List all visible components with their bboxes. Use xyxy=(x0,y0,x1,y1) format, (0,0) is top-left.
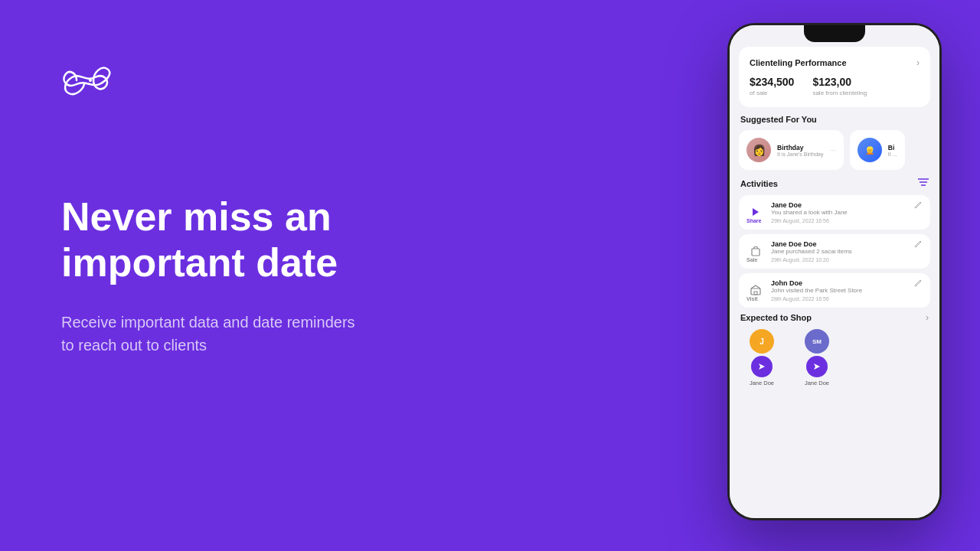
expected-avatar-2: SM xyxy=(805,329,829,354)
suggested-avatar-1: 👩 xyxy=(746,138,771,162)
activities-title: Activities xyxy=(740,179,778,188)
svg-marker-4 xyxy=(753,208,759,216)
suggested-avatar-2: 👱 xyxy=(858,138,882,162)
activity-desc-3: John visited the Park Street Store xyxy=(771,287,908,294)
expected-name-1: Jane Doe xyxy=(750,380,774,386)
suggested-card-birthday[interactable]: 👩 Birthday It is Jane's Birthday ··· xyxy=(739,130,844,170)
svg-rect-5 xyxy=(752,249,760,256)
activities-header: Activities xyxy=(739,178,930,189)
activity-time-3: 28th August, 2022 16:56 xyxy=(771,296,908,302)
svg-marker-9 xyxy=(814,364,820,370)
perf-label-1: of sale xyxy=(750,90,794,96)
suggested-desc-2: It ... xyxy=(888,152,897,157)
svg-rect-7 xyxy=(754,292,757,295)
activity-item-visit: John Doe John visited the Park Street St… xyxy=(739,273,930,308)
activities-section: Activities xyxy=(739,178,930,308)
suggested-type-2: Bi xyxy=(888,144,897,152)
expected-item-2: SM Jane Doe xyxy=(794,329,840,386)
filter-icon[interactable] xyxy=(918,178,929,189)
expected-item-1: J Jane Doe xyxy=(739,329,785,386)
activity-desc-1: You shared a look with Jane xyxy=(771,209,908,216)
clienteling-title: Clienteling Performance xyxy=(750,58,847,67)
activity-tag-share: Share xyxy=(746,218,761,223)
svg-point-0 xyxy=(89,79,92,82)
activity-edit-1[interactable] xyxy=(914,201,923,211)
perf-of-sale: $234,500 of sale xyxy=(750,76,794,96)
subtext: Receive important data and date reminder… xyxy=(61,311,475,357)
expected-to-shop-section: Expected to Shop › J Jane Doe xyxy=(739,312,930,386)
expected-nav-2[interactable] xyxy=(806,356,828,377)
activity-name-2: Jane Doe Doe xyxy=(771,240,908,248)
suggested-desc-1: It is Jane's Birthday xyxy=(777,152,823,157)
expected-name-2: Jane Doe xyxy=(805,380,829,386)
activity-time-2: 29th August, 2022 10:20 xyxy=(771,257,908,262)
activity-edit-3[interactable] xyxy=(914,279,923,289)
headline: Never miss an important date xyxy=(61,194,475,286)
activity-desc-2: Jane purchased 2 sacai items xyxy=(771,248,908,255)
phone-mockup: Clienteling Performance › $234,500 of sa… xyxy=(727,23,942,520)
activity-item-share: Jane Doe You shared a look with Jane 29t… xyxy=(739,195,930,230)
suggested-card-2[interactable]: 👱 Bi It ... xyxy=(850,130,905,170)
logo xyxy=(61,61,122,103)
suggested-more-1[interactable]: ··· xyxy=(829,146,835,155)
activity-tag-sale: Sale xyxy=(746,257,757,262)
suggested-type-1: Birthday xyxy=(777,144,823,152)
perf-amount-2: $123,00 xyxy=(812,76,867,88)
activity-item-sale: Jane Doe Doe Jane purchased 2 sacai item… xyxy=(739,234,930,269)
expected-chevron[interactable]: › xyxy=(926,312,929,323)
activity-tag-visit: Visit xyxy=(746,296,758,302)
expected-nav-1[interactable] xyxy=(751,356,773,377)
activity-name-1: Jane Doe xyxy=(771,201,908,209)
activity-time-1: 29th August, 2022 16:56 xyxy=(771,218,908,223)
phone-frame: Clienteling Performance › $234,500 of sa… xyxy=(727,23,942,520)
phone-notch xyxy=(804,25,865,42)
activity-name-3: John Doe xyxy=(771,279,908,287)
activity-edit-2[interactable] xyxy=(914,240,923,250)
clienteling-chevron[interactable]: › xyxy=(916,57,920,68)
perf-label-2: sale from clienteling xyxy=(812,90,867,96)
suggested-title: Suggested For You xyxy=(740,115,817,124)
left-panel: Never miss an important date Receive imp… xyxy=(0,0,536,551)
suggested-scroll: 👩 Birthday It is Jane's Birthday ··· 👱 B… xyxy=(739,130,930,170)
suggested-header: Suggested For You xyxy=(739,115,930,124)
perf-clienteling-sale: $123,00 sale from clienteling xyxy=(812,76,867,96)
expected-header: Expected to Shop › xyxy=(739,312,930,323)
expected-title: Expected to Shop xyxy=(740,313,812,322)
svg-marker-8 xyxy=(759,364,765,370)
expected-row: J Jane Doe SM xyxy=(739,329,930,386)
expected-avatar-1: J xyxy=(750,329,774,354)
phone-content: Clienteling Performance › $234,500 of sa… xyxy=(730,25,939,518)
perf-amount-1: $234,500 xyxy=(750,76,794,88)
clienteling-performance-card: Clienteling Performance › $234,500 of sa… xyxy=(739,47,930,107)
